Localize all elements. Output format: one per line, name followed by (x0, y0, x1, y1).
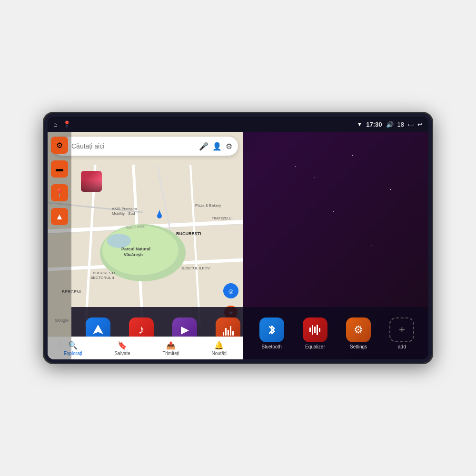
account-icon[interactable]: 👤 (212, 142, 222, 151)
svg-marker-32 (93, 325, 103, 334)
eq-bar-b (312, 325, 313, 335)
map-tab-saved[interactable]: 🔖 Salvate (114, 341, 130, 356)
saved-icon: 🔖 (118, 341, 127, 350)
svg-text:TRAPEZULUI: TRAPEZULUI (212, 217, 233, 220)
crowd-pattern (81, 179, 102, 192)
map-search-bar[interactable]: 📍 🎤 👤 ⚙ (52, 137, 238, 156)
back-icon[interactable]: ↩ (417, 121, 423, 128)
eq-bar-e (319, 328, 320, 332)
settings-sidebar-btn[interactable]: ⚙ (51, 137, 68, 154)
bluetooth-label: Bluetooth (261, 344, 281, 349)
svg-point-31 (157, 214, 162, 218)
map-tab-news[interactable]: 🔔 Noutăți (211, 341, 227, 356)
app-item-add[interactable]: + add (387, 317, 416, 349)
eq-bar-3 (228, 330, 229, 336)
app-item-bluetooth[interactable]: Bluetooth (258, 317, 286, 349)
status-bar: ⌂ 📍 ▼ 17:30 🔊 18 ▭ ↩ (48, 117, 428, 132)
map-tab-share[interactable]: 📤 Trimiteți (163, 341, 179, 356)
svg-text:Pizza & Bakery: Pizza & Bakery (195, 203, 221, 208)
eq-bar-4 (230, 326, 231, 336)
clock-status: 17:30 (366, 121, 382, 128)
radio-eq-bars (223, 324, 234, 336)
saved-label: Salvate (114, 351, 130, 356)
grid-sidebar-btn[interactable]: ⠿ (51, 337, 68, 355)
svg-text:AXIS Premium: AXIS Premium (112, 207, 137, 211)
eq-bar-d (317, 325, 318, 335)
share-label: Trimiteți (163, 351, 179, 356)
svg-text:Parcul Natural: Parcul Natural (121, 247, 150, 251)
svg-text:◎: ◎ (228, 288, 233, 295)
map-search-input[interactable] (71, 142, 195, 150)
location-sidebar-btn[interactable]: 📍 (51, 184, 68, 201)
equalizer-label: Equalizer (305, 344, 325, 349)
maps-icon[interactable]: 📍 (63, 120, 71, 128)
svg-text:Mobility - Sud: Mobility - Sud (112, 211, 135, 216)
eq-bars-eq (309, 324, 320, 336)
navi-svg (91, 323, 105, 337)
eq-bar-a (309, 327, 311, 332)
equalizer-icon (303, 317, 327, 342)
status-left-icons: ⌂ 📍 (53, 120, 71, 128)
svg-text:Văcărești: Văcărești (124, 252, 143, 257)
news-icon: 🔔 (214, 341, 224, 350)
bt-svg (267, 324, 277, 336)
home-icon[interactable]: ⌂ (53, 120, 57, 128)
news-label: Noutăți (211, 351, 227, 356)
svg-text:SECTORUL 4: SECTORUL 4 (90, 276, 114, 280)
bluetooth-icon (259, 317, 284, 342)
eq-bar-5 (232, 331, 234, 336)
svg-text:BUCUREȘTI: BUCUREȘTI (176, 231, 201, 236)
mic-icon[interactable]: 🎤 (199, 142, 208, 151)
archive-sidebar-btn[interactable]: ▬ (51, 160, 68, 178)
album-art-inner (81, 171, 102, 192)
app-item-equalizer[interactable]: Equalizer (301, 317, 329, 349)
svg-point-11 (107, 234, 131, 248)
add-icon: + (389, 317, 414, 342)
settings-label: Settings (350, 344, 367, 349)
eq-bar-1 (223, 332, 224, 336)
navi-sidebar-btn[interactable]: ▲ (51, 208, 68, 225)
svg-text:JUDEȚUL ILFOV: JUDEȚUL ILFOV (181, 266, 210, 270)
sidebar: ⚙ ▬ 📍 ▲ ⠿ (48, 132, 71, 359)
map-bottom-tabs: 🔍 Explorați 🔖 Salvate 📤 Trimiteți 🔔 Nout… (48, 337, 243, 359)
battery-icon: ▭ (408, 121, 414, 128)
main-area: ⚙ ▬ 📍 ▲ ⠿ (48, 132, 428, 359)
settings-icon: ⚙ (346, 317, 371, 342)
app-item-settings[interactable]: ⚙ Settings (344, 317, 373, 349)
wifi-icon: ▼ (357, 121, 362, 128)
add-label: add (398, 344, 406, 349)
eq-bar-c (314, 327, 316, 333)
volume-icon: 🔊 (386, 121, 394, 128)
settings-map-icon[interactable]: ⚙ (226, 142, 232, 151)
album-art (81, 171, 102, 192)
eq-bar-2 (225, 328, 227, 336)
svg-text:BUCUREȘTI: BUCUREȘTI (93, 271, 115, 275)
share-icon: 📤 (166, 341, 176, 350)
car-infotainment-device: ⌂ 📍 ▼ 17:30 🔊 18 ▭ ↩ (43, 112, 433, 364)
status-right-info: ▼ 17:30 🔊 18 ▭ ↩ (357, 121, 423, 128)
battery-value: 18 (397, 121, 404, 128)
device-screen: ⌂ 📍 ▼ 17:30 🔊 18 ▭ ↩ (48, 117, 428, 359)
